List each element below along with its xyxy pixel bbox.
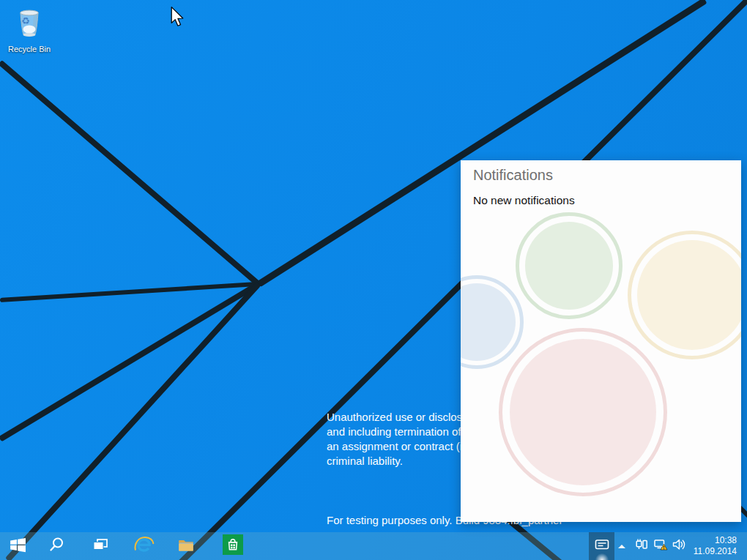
clock-date: 11.09.2014 — [694, 546, 737, 557]
internet-explorer-icon — [133, 534, 155, 559]
notification-center-icon — [595, 538, 609, 554]
chevron-up-icon — [618, 545, 625, 548]
recycle-bin-label: Recycle Bin — [3, 45, 56, 53]
panel-title: Notifications — [473, 167, 553, 184]
folder-icon — [176, 535, 196, 557]
wallpaper-line — [0, 282, 259, 302]
network-button[interactable] — [651, 532, 670, 560]
notification-center-button[interactable] — [589, 532, 614, 560]
desktop: { "wallpaper": { "base_color": "#0b86e6"… — [0, 0, 747, 560]
task-view-icon — [92, 536, 109, 556]
recycle-bin-icon: ♻ — [12, 31, 46, 43]
svg-text:♻: ♻ — [21, 15, 30, 26]
active-button-glow — [595, 553, 609, 560]
clock[interactable]: 10:38 11.09.2014 — [678, 532, 737, 560]
search-icon — [48, 536, 66, 556]
mouse-cursor — [169, 6, 185, 31]
empty-notifications-message: No new notifications — [473, 194, 575, 207]
windows-logo-icon — [8, 535, 28, 558]
taskbar: 10:38 11.09.2014 — [0, 532, 747, 560]
store-button[interactable] — [220, 532, 245, 560]
file-explorer-button[interactable] — [174, 532, 198, 560]
safely-remove-hardware-button[interactable] — [631, 532, 650, 560]
start-button[interactable] — [4, 532, 31, 560]
safely-remove-hardware-icon — [634, 538, 648, 555]
notification-center-flyout: Notifications No new notifications — [461, 160, 741, 522]
search-button[interactable] — [45, 532, 69, 560]
store-icon — [223, 534, 243, 558]
show-hidden-icons-button[interactable] — [615, 532, 628, 560]
task-view-button[interactable] — [89, 532, 112, 560]
wallpaper-line — [0, 60, 260, 286]
network-icon — [653, 538, 668, 555]
recycle-bin[interactable]: ♻ Recycle Bin — [3, 6, 56, 53]
wallpaper-line — [0, 281, 260, 441]
internet-explorer-button[interactable] — [131, 532, 156, 560]
clock-time: 10:38 — [694, 535, 737, 546]
